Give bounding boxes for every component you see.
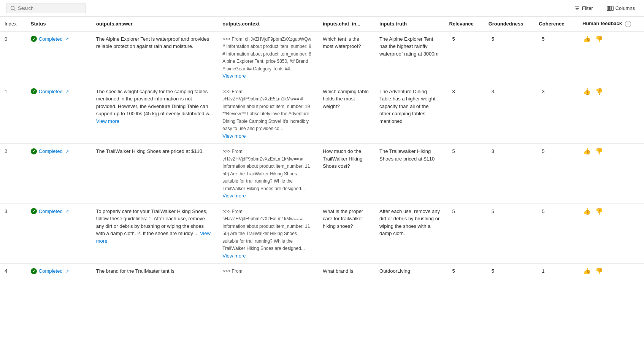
columns-button[interactable]: Columns <box>604 4 638 13</box>
svg-rect-6 <box>609 6 611 11</box>
status-badge: Completed ↗ <box>31 267 87 275</box>
external-link-icon[interactable]: ↗ <box>65 88 69 95</box>
thumbs-down-button[interactable]: 👎 <box>595 35 604 43</box>
toolbar-right: Filter Columns <box>571 4 638 13</box>
feedback-info-icon[interactable]: i <box>625 21 631 27</box>
thumbs-down-button[interactable]: 👎 <box>595 88 604 95</box>
cell-chat-in: How much do the TrailWalker Hiking Shoes… <box>318 144 375 204</box>
status-badge: Completed ↗ <box>31 148 87 155</box>
columns-icon <box>607 5 614 11</box>
table-header-row: Index Status outputs.answer outputs.cont… <box>0 17 644 31</box>
filter-button[interactable]: Filter <box>571 4 596 13</box>
feedback-icons: 👍 👎 <box>582 88 639 95</box>
cell-truth: After each use, remove any dirt or debri… <box>375 204 444 264</box>
thumbs-down-button[interactable]: 👎 <box>595 148 604 155</box>
cell-chat-in: What brand is <box>318 264 375 279</box>
cell-answer: The specific weight capacity for the cam… <box>92 84 218 144</box>
context-text: >>> From: cHJvZHVjdF9pbmZvXzE5Lm1kMw== #… <box>222 89 310 132</box>
chat-in-text: Which camping table holds the most weigh… <box>323 89 369 109</box>
chat-in-text: Which tent is the most waterproof? <box>323 36 361 49</box>
feedback-icons: 👍 👎 <box>582 208 639 215</box>
col-header-context: outputs.context <box>218 17 318 31</box>
cell-context: >>> From: cHJvZHVjdF9pbmZvXzExLm1kMw== #… <box>218 144 318 204</box>
status-label: Completed <box>39 35 63 43</box>
thumbs-up-button[interactable]: 👍 <box>582 208 592 215</box>
thumbs-up-button[interactable]: 👍 <box>582 35 592 43</box>
answer-text: The specific weight capacity for the cam… <box>96 89 213 124</box>
thumbs-up-button[interactable]: 👍 <box>582 267 592 275</box>
cell-index: 4 <box>0 264 26 279</box>
search-icon <box>10 6 16 11</box>
table-row: 1 Completed ↗ The specific weight capaci… <box>0 84 644 144</box>
table-container: Index Status outputs.answer outputs.cont… <box>0 17 644 342</box>
cell-relevance: 5 <box>444 144 484 204</box>
external-link-icon[interactable]: ↗ <box>65 268 69 275</box>
cell-answer: The TrailWalker Hiking Shoes are priced … <box>92 144 218 204</box>
feedback-icons: 👍 👎 <box>582 267 639 275</box>
view-more-context-link[interactable]: View more <box>222 133 246 139</box>
status-check-icon <box>31 208 37 214</box>
svg-rect-5 <box>607 6 609 11</box>
cell-status: Completed ↗ <box>26 204 92 264</box>
external-link-icon[interactable]: ↗ <box>65 208 69 215</box>
cell-feedback: 👍 👎 <box>578 31 644 84</box>
status-badge: Completed ↗ <box>31 88 87 95</box>
cell-feedback: 👍 👎 <box>578 204 644 264</box>
view-more-answer-link[interactable]: View more <box>96 118 119 124</box>
feedback-icons: 👍 👎 <box>582 35 639 43</box>
cell-context: >>> From: cHJvZHVjdF9pbmZvXzExLm1kMw== #… <box>218 204 318 264</box>
context-text: >>> From: cHJvZHVjdF9pbmZvXzExLm1kMw== #… <box>222 209 310 251</box>
status-label: Completed <box>39 88 63 95</box>
cell-context: >>> From: cHJvZHVjdF9pbmZvXzE5Lm1kMw== #… <box>218 84 318 144</box>
cell-coherence: 3 <box>534 84 578 144</box>
cell-relevance: 5 <box>444 204 484 264</box>
status-badge: Completed ↗ <box>31 208 87 215</box>
search-box[interactable] <box>6 3 86 13</box>
cell-answer: The Alpine Explorer Tent is waterproof a… <box>92 31 218 84</box>
chat-in-text: How much do the TrailWalker Hiking Shoes… <box>323 148 363 169</box>
thumbs-down-button[interactable]: 👎 <box>595 208 604 215</box>
view-more-answer-link[interactable]: View more <box>96 231 211 244</box>
view-more-context-link[interactable]: View more <box>222 73 246 79</box>
truth-text: The Adventure Dining Table has a higher … <box>379 89 435 124</box>
truth-text: The Trailewalker Hiking Shoes are priced… <box>379 148 435 162</box>
truth-text: OutdoorLiving <box>379 268 410 274</box>
cell-context: >>> From: <box>218 264 318 279</box>
feedback-icons: 👍 👎 <box>582 148 639 155</box>
chat-in-text: What brand is <box>323 268 353 274</box>
truth-text: The Alpine Explorer Tent has the highest… <box>379 36 438 57</box>
cell-context: >>> From: cHJvZHVjdF9pbmZvXzgubWQw # Inf… <box>218 31 318 84</box>
view-more-context-link[interactable]: View more <box>222 253 246 259</box>
external-link-icon[interactable]: ↗ <box>65 36 69 42</box>
answer-text: The TrailWalker Hiking Shoes are priced … <box>96 148 204 154</box>
filter-label: Filter <box>582 5 593 11</box>
status-label: Completed <box>39 148 63 155</box>
search-input[interactable] <box>18 5 82 11</box>
cell-chat-in: Which tent is the most waterproof? <box>318 31 375 84</box>
cell-truth: The Alpine Explorer Tent has the highest… <box>375 31 444 84</box>
table-row: 3 Completed ↗ To properly care for your … <box>0 204 644 264</box>
status-check-icon <box>31 88 37 94</box>
cell-coherence: 5 <box>534 144 578 204</box>
cell-feedback: 👍 👎 <box>578 84 644 144</box>
thumbs-down-button[interactable]: 👎 <box>595 267 604 275</box>
external-link-icon[interactable]: ↗ <box>65 148 69 155</box>
answer-text: To properly care for your TrailWalker Hi… <box>96 208 211 244</box>
cell-coherence: 5 <box>534 204 578 264</box>
thumbs-up-button[interactable]: 👍 <box>582 148 592 155</box>
thumbs-up-button[interactable]: 👍 <box>582 88 592 95</box>
cell-coherence: 5 <box>534 31 578 84</box>
cell-index: 0 <box>0 31 26 84</box>
view-more-context-link[interactable]: View more <box>222 193 246 199</box>
cell-chat-in: What is the proper care for trailwalker … <box>318 204 375 264</box>
status-check-icon <box>31 148 37 154</box>
cell-truth: The Adventure Dining Table has a higher … <box>375 84 444 144</box>
col-header-chat-in: inputs.chat_in... <box>318 17 375 31</box>
context-text: >>> From: cHJvZHVjdF9pbmZvXzExLm1kMw== #… <box>222 149 310 191</box>
cell-feedback: 👍 👎 <box>578 144 644 204</box>
cell-feedback: 👍 👎 <box>578 264 644 279</box>
context-text: >>> From: <box>222 269 244 274</box>
col-header-feedback: Human feedback i <box>578 17 644 31</box>
cell-groundedness: 3 <box>484 84 535 144</box>
filter-icon <box>574 5 580 11</box>
